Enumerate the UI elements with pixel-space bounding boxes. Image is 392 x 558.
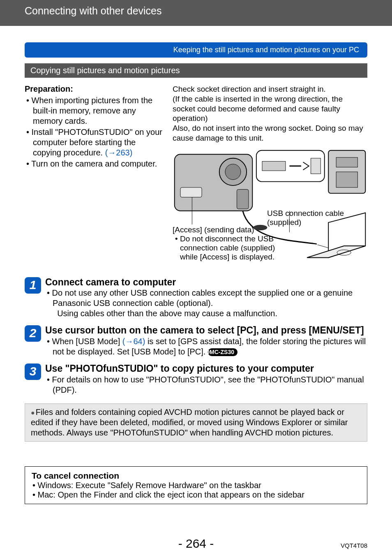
step-number-icon: 1 bbox=[25, 277, 41, 294]
svg-rect-7 bbox=[311, 158, 321, 174]
preparation-title: Preparation: bbox=[25, 84, 164, 94]
svg-rect-9 bbox=[336, 157, 357, 167]
cancel-title: To cancel connection bbox=[32, 471, 360, 481]
step-number-icon: 3 bbox=[25, 364, 41, 380]
svg-point-2 bbox=[225, 164, 241, 179]
step-3: 3 Use "PHOTOfunSTUDIO" to copy pictures … bbox=[25, 363, 367, 395]
svg-rect-10 bbox=[336, 171, 357, 187]
step-1: 1 Connect camera to computer • Do not us… bbox=[25, 276, 367, 319]
step-title: Connect camera to computer bbox=[45, 276, 367, 288]
svg-rect-3 bbox=[180, 187, 202, 197]
section-banner: Keeping the still pictures and motion pi… bbox=[25, 42, 367, 58]
xref-263[interactable]: (→263) bbox=[105, 148, 133, 157]
page-number: - 264 - bbox=[0, 537, 392, 551]
access-annotation: [Access] (sending data) • Do not disconn… bbox=[173, 225, 279, 262]
socket-warning: Check socket direction and insert straig… bbox=[173, 84, 367, 143]
step-title: Use "PHOTOfunSTUDIO" to copy pictures to… bbox=[45, 363, 367, 375]
prep-item: Install "PHOTOfunSTUDIO" on your compute… bbox=[26, 127, 164, 158]
chapter-title: Connecting with other devices bbox=[25, 5, 162, 16]
svg-rect-4 bbox=[237, 189, 248, 208]
cancel-item: Mac: Open the Finder and click the eject… bbox=[32, 490, 360, 500]
svg-rect-6 bbox=[262, 161, 286, 171]
step-number-icon: 2 bbox=[25, 325, 41, 342]
preparation-list: When importing pictures from the built-i… bbox=[25, 95, 164, 169]
preparation-column: Preparation: When importing pictures fro… bbox=[25, 84, 164, 271]
subsection-title: Copying still pictures and motion pictur… bbox=[30, 66, 180, 75]
prep-item: Turn on the camera and computer. bbox=[26, 159, 164, 169]
step-2: 2 Use cursor button on the camera to sel… bbox=[25, 324, 367, 357]
svg-line-17 bbox=[318, 245, 329, 248]
note-text: Files and folders containing copied AVCH… bbox=[31, 408, 348, 437]
doc-code: VQT4T08 bbox=[341, 542, 367, 549]
cancel-item: Windows: Execute "Safely Remove Hardware… bbox=[32, 481, 360, 490]
cancel-connection-box: To cancel connection Windows: Execute "S… bbox=[25, 466, 367, 504]
prep-item: When importing pictures from the built-i… bbox=[26, 95, 164, 126]
note-box: Files and folders containing copied AVCH… bbox=[25, 403, 367, 442]
connection-diagram: USB connection cable (supplied) [Access]… bbox=[173, 147, 367, 271]
chapter-header: Connecting with other devices bbox=[0, 0, 392, 26]
step-title: Use cursor button on the camera to selec… bbox=[45, 324, 367, 336]
usb-cable-label: USB connection cable (supplied) bbox=[267, 209, 367, 227]
connection-column: Check socket direction and insert straig… bbox=[173, 84, 367, 271]
model-badge: DMC-ZS30 bbox=[208, 348, 238, 357]
banner-text: Keeping the still pictures and motion pi… bbox=[173, 46, 359, 54]
xref-64[interactable]: (→64) bbox=[122, 337, 145, 346]
subsection-bar: Copying still pictures and motion pictur… bbox=[25, 63, 367, 78]
